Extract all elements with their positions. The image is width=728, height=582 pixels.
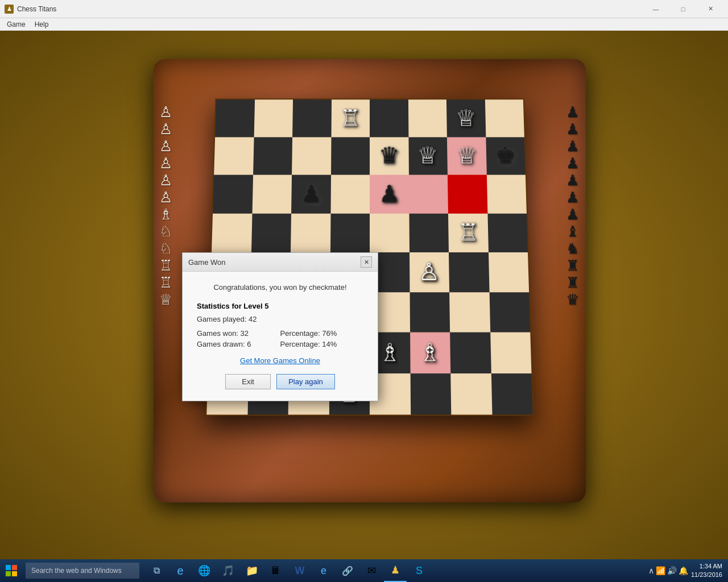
calculator-icon[interactable]: 🖩 (264, 559, 287, 582)
tray-volume-icon[interactable]: 🔊 (667, 566, 677, 575)
minimize-button[interactable]: — (643, 0, 669, 18)
play-again-button[interactable]: Play again (276, 374, 335, 389)
word-icon[interactable]: W (288, 559, 311, 582)
cell-r5c7: ♖ (448, 213, 489, 252)
cell-r5c4 (330, 213, 370, 252)
app-icon: ♟ (5, 5, 14, 14)
cell-r2c6: ♗ (410, 332, 451, 373)
menu-help[interactable]: Help (30, 19, 53, 30)
cell-r4c7 (449, 252, 489, 292)
title-bar: ♟ Chess Titans — □ ✕ (0, 0, 728, 18)
captured-piece: ♙ (159, 139, 205, 153)
piece-white-rook2: ♖ (457, 221, 479, 245)
link-icon[interactable]: 🔗 (336, 559, 359, 582)
cell-r8c4: ♖ (331, 99, 370, 137)
cell-r8c6 (408, 99, 446, 137)
svg-rect-2 (6, 571, 11, 576)
games-drawn-label: Games drawn: 6 (197, 340, 280, 348)
file-explorer-icon[interactable]: 📁 (241, 559, 263, 582)
dialog-title: Game Won (188, 258, 226, 267)
cell-r6c1 (213, 175, 253, 214)
cell-r8c7: ♕ (446, 99, 486, 137)
dialog-stats-grid: Games won: 32 Percentage: 76% Games draw… (197, 329, 363, 348)
captured-piece: ♟ (566, 156, 617, 171)
svg-rect-1 (12, 565, 17, 570)
piece-black-queen: ♛ (378, 144, 399, 167)
cell-r2c7 (450, 332, 491, 373)
cell-r7c7: ♕ (447, 137, 486, 175)
piece-white-bishop2: ♗ (419, 340, 441, 365)
cell-r7c4 (331, 137, 370, 175)
close-button[interactable]: ✕ (697, 0, 723, 18)
start-button[interactable] (0, 559, 23, 582)
dialog-link[interactable]: Get More Games Online (197, 356, 363, 365)
chess-taskbar-icon[interactable]: ♟ (384, 559, 407, 582)
menu-bar: Game Help (0, 18, 728, 31)
piece-black-king: ♚ (495, 144, 516, 167)
search-input[interactable] (26, 563, 139, 579)
cell-r5c3 (291, 213, 330, 252)
cell-r1c6 (410, 373, 451, 415)
skype-icon[interactable]: S (408, 559, 431, 582)
piece-white-pawn2: ♙ (418, 260, 440, 284)
cell-r5c6 (409, 213, 449, 252)
menu-game[interactable]: Game (2, 19, 30, 30)
cell-r8c8 (485, 99, 524, 137)
cell-r6c8 (486, 175, 527, 214)
ie-icon[interactable]: e (312, 559, 335, 582)
dialog-stats-title: Statistics for Level 5 (197, 302, 363, 310)
cell-r6c2 (252, 175, 292, 214)
cell-r8c2 (254, 99, 293, 137)
captured-piece: ♙ (159, 190, 205, 205)
dialog-titlebar: Game Won ✕ (183, 253, 378, 272)
cell-r8c3 (292, 99, 331, 137)
cell-r7c1 (214, 137, 254, 175)
cell-r5c1 (212, 213, 252, 252)
cell-r7c2 (253, 137, 292, 175)
captured-piece: ♗ (159, 207, 205, 222)
piece-white-queen2: ♕ (417, 144, 439, 167)
maximize-button[interactable]: □ (670, 0, 696, 18)
captured-piece: ♝ (566, 224, 617, 239)
get-more-games-link[interactable]: Get More Games Online (240, 356, 320, 365)
clock[interactable]: 1:34 AM 11/23/2016 (691, 562, 722, 580)
cell-r7c5: ♛ (370, 137, 408, 175)
cell-r4c6: ♙ (410, 252, 450, 292)
cell-r1c7 (450, 373, 492, 415)
captured-piece: ♘ (159, 224, 205, 239)
cell-r4c8 (489, 252, 530, 292)
captured-piece: ♟ (566, 207, 617, 222)
captured-piece: ♟ (566, 190, 617, 205)
piece-black-pawn2: ♟ (379, 182, 400, 206)
games-drawn-pct: Percentage: 14% (280, 340, 364, 348)
system-tray: ∧ 📶 🔊 🔔 (648, 566, 688, 575)
captured-piece: ♜ (566, 275, 617, 290)
cell-r3c7 (449, 292, 490, 332)
captured-piece: ♙ (159, 105, 205, 119)
captured-piece: ♟ (566, 139, 617, 153)
cell-r3c6 (410, 292, 450, 332)
cell-r3c8 (489, 292, 530, 332)
captured-piece: ♞ (566, 241, 617, 256)
dialog-close-button[interactable]: ✕ (361, 256, 372, 268)
tray-network-icon[interactable]: 📶 (656, 566, 665, 575)
tray-notification-icon[interactable]: 🔔 (679, 566, 688, 575)
exit-button[interactable]: Exit (225, 374, 271, 389)
captured-piece: ♜ (566, 258, 617, 273)
captured-piece: ♙ (159, 173, 205, 188)
taskbar: ⧉ e 🌐 🎵 📁 🖩 W e 🔗 ✉ ♟ S ∧ 📶 🔊 🔔 1:34 AM (0, 559, 728, 582)
task-view-button[interactable]: ⧉ (145, 559, 168, 582)
window-controls: — □ ✕ (643, 0, 723, 18)
captured-piece: ♙ (159, 156, 205, 171)
media-icon[interactable]: 🎵 (217, 559, 239, 582)
clock-time: 1:34 AM (691, 562, 722, 571)
svg-rect-0 (6, 565, 11, 570)
edge-icon[interactable]: e (169, 559, 192, 582)
window-title: Chess Titans (17, 5, 643, 13)
dialog-body: Congratulations, you won by checkmate! S… (183, 272, 378, 401)
cell-r7c3 (292, 137, 331, 175)
mail-icon[interactable]: ✉ (360, 559, 383, 582)
browser-icon[interactable]: 🌐 (193, 559, 216, 582)
piece-white-queen3: ♕ (456, 144, 478, 167)
tray-show-hidden[interactable]: ∧ (648, 566, 654, 575)
